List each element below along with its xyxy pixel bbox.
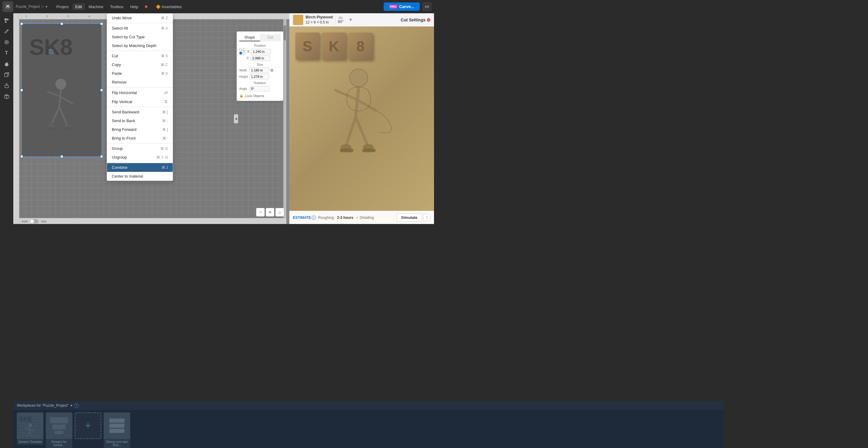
menu-bring-to-front[interactable]: Bring to Front ⌘ ' [107,134,173,143]
cut-settings-btn[interactable]: Cut Settings ! [401,18,430,22]
svg-line-29 [355,99,377,111]
favorite-btn[interactable]: ☆ [41,4,44,9]
menu-select-all[interactable]: Select All ⌘ A [107,24,173,33]
sidebar-circle-icon[interactable] [2,37,11,47]
panel-tabs: Shape Cut [239,34,281,41]
left-sidebar: T [0,13,13,224]
menu-select-matching-depth[interactable]: Select by Matching Depth [107,41,173,50]
preview-panel: Birch Plywood 12 × 8 × 0.5 in Bit 60° + … [289,13,434,224]
width-input[interactable] [250,67,269,73]
menu-flip-h[interactable]: Flip Horizontal ⇄ [107,88,173,97]
menu-remove[interactable]: Remove [107,78,173,87]
divider-3 [107,87,173,87]
nav-project[interactable]: Project [53,3,71,10]
shape-cut-panel: Shape Cut Position X [237,31,283,101]
roughing-time: 2-3 hours [337,215,353,220]
zoom-in-btn[interactable]: + [266,208,274,216]
radio-ml-active[interactable] [239,52,242,55]
position-radios [239,49,245,55]
sidebar-shapes-icon[interactable] [2,16,11,25]
menu-cut[interactable]: Cut ⌘ X [107,52,173,60]
zoom-out-btn[interactable]: − [256,208,265,216]
size-label: Size [239,63,281,66]
tab-shape[interactable]: Shape [239,34,260,41]
divider-1 [107,23,173,23]
project-chevron[interactable]: ▾ [45,4,47,9]
radio-tc[interactable] [243,49,245,51]
app-logo[interactable] [2,1,13,12]
nav-help-dot[interactable] [142,3,150,10]
simulate-btn[interactable]: Simulate [397,213,422,221]
carve-button[interactable]: PRO Carve... [384,2,420,11]
size-section: Size Width ⊠ Height [239,63,281,79]
simulate-more-btn[interactable]: ⋮ [423,214,430,221]
svg-line-17 [59,90,61,107]
sidebar-apple-icon[interactable] [2,59,11,69]
canvas-workpiece[interactable]: SK8 [22,24,101,156]
svg-line-28 [335,90,355,99]
sidebar-import-icon[interactable] [2,81,11,90]
x-input[interactable] [251,49,271,54]
svg-rect-9 [4,73,7,77]
menu-send-to-back[interactable]: Send to Back ⌘ ; [107,116,173,125]
rotation-section: Rotation Angle [239,81,281,91]
main-nav: Project Edit Machine Toolbox Help [53,3,150,10]
letter-8: 8 [348,33,373,60]
inventables-icon: 🔶 [156,4,161,9]
estimate-link[interactable]: ESTIMATE i [293,215,316,220]
radio-row-2 [239,52,245,55]
scroll-thumb[interactable] [284,25,286,40]
topbar: Puzzle_Project ☆ ▾ Project Edit Machine … [0,0,434,13]
angle-input[interactable] [250,86,269,91]
panel-collapse-handle[interactable]: ◀ [234,114,238,123]
roughing-label: Roughing: [318,215,335,220]
nav-help[interactable]: Help [127,3,141,10]
menu-copy[interactable]: Copy ⌘ C [107,60,173,69]
menu-paste[interactable]: Paste ⌘ V [107,69,173,78]
simulate-group: Simulate ⋮ [397,213,430,221]
menu-undo-move[interactable]: Undo Move ⌘ Z [107,13,173,22]
radio-mr[interactable] [243,52,245,55]
unit-toggle[interactable] [30,219,38,223]
menu-flip-v[interactable]: Flip Vertical ⇅ [107,97,173,106]
sidebar-text-icon[interactable]: T [2,48,11,58]
divider-5 [107,143,173,144]
menu-group[interactable]: Group ⌘ G [107,144,173,153]
inventables-link[interactable]: 🔶 Inventables [153,3,185,10]
menu-center-to-material[interactable]: Center to material [107,172,173,181]
scroll-bar[interactable] [283,19,286,218]
svg-point-16 [56,79,66,90]
detailing-label: ✓ Detailing [356,215,374,220]
height-input[interactable] [250,74,269,79]
sidebar-3d-box-icon[interactable] [2,70,11,80]
svg-point-26 [350,69,368,87]
nav-toolbox[interactable]: Toolbox [107,3,127,10]
menu-select-cut-type[interactable]: Select by Cut Type [107,33,173,41]
add-material-btn[interactable]: + [347,16,354,24]
sidebar-pen-icon[interactable] [2,27,11,36]
menu-ungroup[interactable]: Ungroup ⌘ ⇧ G [107,153,173,161]
svg-line-20 [52,107,59,123]
menu-combine[interactable]: Combine ⌘ J [107,163,173,172]
expand-button[interactable]: ⇔ [422,2,432,11]
edit-dropdown-menu: Undo Move ⌘ Z Select All ⌘ A Select by C… [107,13,173,181]
zoom-home-btn[interactable]: ⌂ [276,208,284,216]
nav-machine[interactable]: Machine [86,3,106,10]
menu-send-backward[interactable]: Send Backward ⌘ [ [107,108,173,116]
tab-cut[interactable]: Cut [260,34,281,41]
radio-tl[interactable] [239,49,242,51]
menu-bring-forward[interactable]: Bring Forward ⌘ ] [107,125,173,134]
rotation-label: Rotation [239,81,281,85]
cut-settings-label: Cut Settings [401,18,426,22]
lock-aspect-icon[interactable]: ⊠ [270,68,273,72]
svg-marker-3 [4,21,7,23]
letter-k: K [322,33,346,60]
material-thumbnail[interactable] [293,15,303,25]
sidebar-cube-icon[interactable] [2,92,11,101]
lock-objects-row[interactable]: 🔒 Lock Objects [239,93,281,98]
y-input[interactable] [251,56,270,61]
unit-mm-label: mm [41,219,46,223]
nav-edit[interactable]: Edit [72,3,85,10]
unit-inch-label: inch [22,219,28,223]
preview-skater [304,63,410,177]
